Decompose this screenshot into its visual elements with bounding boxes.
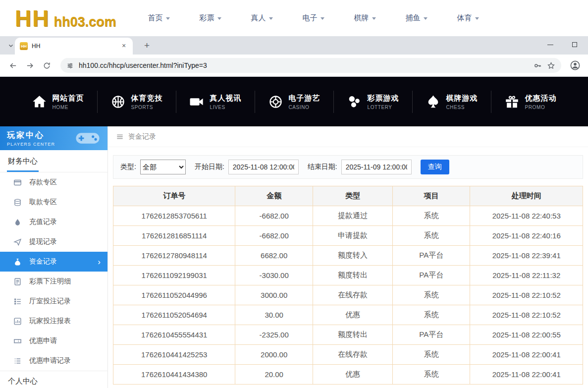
chevron-down-icon	[217, 17, 221, 20]
table-cell: 额度转出	[313, 325, 392, 345]
table-header-cell: 类型	[313, 186, 392, 206]
table-row: 17626127809481146682.00额度转入PA平台2025-11-0…	[113, 246, 583, 266]
main-nav-item[interactable]: 体育竞技SPORTS	[98, 91, 176, 113]
sidebar-item[interactable]: 充值记录	[0, 212, 107, 232]
table-cell: 优惠	[313, 305, 392, 325]
maximize-button[interactable]	[572, 42, 577, 47]
back-icon	[9, 61, 17, 70]
finance-section-header[interactable]: 财务中心	[0, 150, 107, 172]
main-nav: 网站首页HOME体育竞技SPORTS真人视讯LIVES电子游艺CASINO彩票游…	[0, 77, 588, 126]
sidebar-item[interactable]: 取款专区	[0, 192, 107, 212]
personal-section-header[interactable]: 个人中心	[0, 371, 107, 388]
tab-close-icon[interactable]: ×	[120, 42, 128, 50]
table-cell: 1762610441434380	[113, 365, 235, 385]
main-nav-subtitle: CHESS	[446, 105, 478, 110]
coins-icon	[13, 198, 22, 207]
table-cell: 申请提款	[313, 226, 392, 246]
reload-button[interactable]	[40, 58, 53, 72]
gamepad-icon	[75, 131, 101, 146]
sidebar-item-label: 取款专区	[29, 198, 57, 207]
chess-icon	[426, 94, 441, 110]
url-text[interactable]: hh100.cc/hhcp/usercenter.html?iniType=3	[79, 61, 529, 69]
browser-window: HH HH × + hh100.cc/hhcp/usercenter.html?…	[0, 36, 588, 388]
main-nav-title: 棋牌游戏	[446, 94, 478, 103]
browser-toolbar: hh100.cc/hhcp/usercenter.html?iniType=3	[0, 55, 588, 77]
table-cell: 1762611092199031	[113, 266, 235, 285]
logo-text: HH	[15, 5, 50, 32]
table-header-row: 订单号金额类型项目处理时间	[113, 186, 583, 206]
main-nav-item[interactable]: 网站首页HOME	[19, 91, 98, 113]
list-icon	[13, 357, 22, 365]
main-nav-title: 体育竞技	[131, 94, 163, 103]
password-key-icon[interactable]	[534, 61, 542, 70]
sidebar-item[interactable]: 彩票下注明细	[0, 272, 107, 291]
site-nav-item[interactable]: 棋牌	[354, 13, 376, 23]
sidebar-item[interactable]: 优惠申请	[0, 331, 107, 351]
table-row: 1762610455554431-2325.00额度转出PA平台2025-11-…	[113, 325, 583, 345]
query-button[interactable]: 查询	[421, 160, 449, 174]
report-icon	[13, 317, 22, 326]
sidebar-item[interactable]: 厅室投注记录	[0, 291, 107, 311]
main-nav-subtitle: SPORTS	[131, 105, 163, 110]
table-cell: -3030.00	[235, 266, 313, 285]
sidebar-item[interactable]: 存款专区	[0, 172, 107, 192]
end-date-input[interactable]	[341, 160, 412, 174]
site-nav-item[interactable]: 首页	[148, 13, 170, 23]
players-center-title: 玩家中心	[7, 130, 55, 141]
main-nav-subtitle: LIVES	[210, 105, 242, 110]
browser-tab[interactable]: HH HH ×	[15, 38, 133, 55]
main-nav-item[interactable]: 优惠活动PROMO	[491, 91, 570, 113]
site-nav-label: 棋牌	[354, 13, 369, 23]
site-nav-item[interactable]: 彩票	[200, 13, 221, 23]
table-cell: 系统	[393, 226, 470, 246]
sidebar-item[interactable]: 玩家投注报表	[0, 311, 107, 331]
site-nav-item[interactable]: 真人	[251, 13, 273, 23]
profile-avatar-icon[interactable]	[568, 58, 582, 72]
end-date-label: 结束日期:	[308, 163, 337, 171]
back-button[interactable]	[6, 58, 20, 72]
site-nav-item[interactable]: 体育	[457, 13, 479, 23]
site-nav-item[interactable]: 捕鱼	[406, 13, 428, 23]
table-header-cell: 处理时间	[470, 186, 583, 206]
new-tab-button[interactable]: +	[141, 39, 153, 52]
table-cell: 30.00	[235, 305, 313, 325]
personal-section-label: 个人中心	[8, 371, 38, 388]
grid-list-icon	[13, 297, 22, 306]
sidebar-item-label: 提现记录	[29, 237, 57, 246]
site-logo[interactable]: HH hh03.com	[15, 5, 116, 32]
table-cell: 1762611052054694	[113, 305, 235, 325]
table-cell: 额度转入	[313, 246, 392, 266]
tab-title: HH	[32, 43, 116, 50]
table-cell: 系统	[393, 305, 470, 325]
table-cell: 1762612853705611	[113, 206, 235, 226]
sidebar-item[interactable]: 提现记录	[0, 232, 107, 252]
main-nav-item[interactable]: 彩票游戏LOTTERY	[334, 91, 413, 113]
sidebar-item[interactable]: 优惠申请记录	[0, 351, 107, 371]
table-cell: 系统	[393, 285, 470, 305]
bookmark-star-icon[interactable]	[547, 61, 555, 70]
table-cell: 在线存款	[313, 345, 392, 365]
address-bar[interactable]: hh100.cc/hhcp/usercenter.html?iniType=3	[60, 58, 561, 73]
send-icon	[13, 238, 22, 246]
table-cell: 提款通过	[313, 206, 392, 226]
table-row: 176261044143438020.00优惠系统2025-11-08 22:0…	[113, 365, 583, 385]
site-nav-item[interactable]: 电子	[303, 13, 324, 23]
main-nav-title: 彩票游戏	[368, 94, 399, 103]
forward-button[interactable]	[23, 58, 37, 72]
players-center-subtitle: PLAYERS CENTER	[7, 142, 55, 147]
sidebar-item[interactable]: 资金记录›	[0, 252, 107, 272]
chevron-down-icon	[372, 17, 376, 20]
main-nav-item[interactable]: 真人视讯LIVES	[176, 91, 255, 113]
moneybag-icon	[13, 258, 22, 266]
sidebar-item-label: 优惠申请	[29, 336, 57, 345]
type-select[interactable]: 全部	[140, 160, 186, 174]
main-nav-item[interactable]: 电子游艺CASINO	[255, 91, 334, 113]
site-info-icon[interactable]	[66, 62, 74, 69]
site-nav-label: 电子	[303, 13, 318, 23]
minimize-button[interactable]	[547, 45, 553, 45]
breadcrumb: 资金记录	[108, 126, 588, 147]
table-cell: 20.00	[235, 365, 313, 385]
main-nav-item[interactable]: 棋牌游戏CHESS	[413, 91, 491, 113]
main-content: 资金记录 类型: 全部 开始日期: 结束日期: 查询	[108, 126, 588, 388]
start-date-input[interactable]	[228, 160, 299, 174]
